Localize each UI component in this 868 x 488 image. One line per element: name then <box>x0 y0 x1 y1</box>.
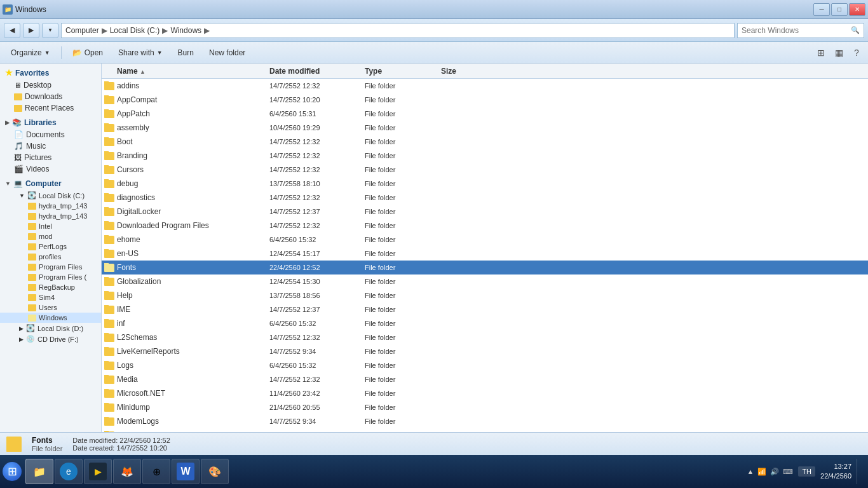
ie-taskbar-icon: e <box>60 463 78 480</box>
computer-header[interactable]: ▼ 💻 Computer <box>0 177 101 190</box>
table-row[interactable]: en-US 12/4/2554 15:17 File folder <box>102 247 868 261</box>
share-with-button[interactable]: Share with ▼ <box>111 44 170 61</box>
file-name-cell: Boot <box>104 137 269 146</box>
table-row[interactable]: DigitalLocker 14/7/2552 12:37 File folde… <box>102 205 868 219</box>
show-desktop-button[interactable] <box>857 459 860 484</box>
forward-button[interactable]: ▶ <box>23 23 39 38</box>
sidebar-item-users[interactable]: Users <box>0 302 101 313</box>
sidebar-item-pictures[interactable]: 🖼 Pictures <box>0 152 101 163</box>
col-header-date[interactable]: Date modified <box>269 67 365 76</box>
col-header-size[interactable]: Size <box>441 67 492 76</box>
sidebar-item-program-files[interactable]: Program Files <box>0 262 101 272</box>
sidebar-item-recent-places[interactable]: Recent Places <box>0 102 101 114</box>
sidebar-item-program-files-x86[interactable]: Program Files ( <box>0 272 101 282</box>
local-disk-c-expand-icon: ▼ <box>19 193 25 199</box>
favorites-header[interactable]: ★ Favorites <box>0 66 101 79</box>
table-row[interactable]: debug 13/7/2558 18:10 File folder <box>102 177 868 191</box>
sidebar-item-cd-drive[interactable]: ▶ 💿 CD Drive (F:) <box>0 334 101 344</box>
burn-button[interactable]: Burn <box>171 44 201 61</box>
table-row[interactable]: Media 14/7/2552 12:32 File folder <box>102 372 868 386</box>
sidebar-item-music[interactable]: 🎵 Music <box>0 140 101 152</box>
table-row[interactable]: diagnostics 14/7/2552 12:32 File folder <box>102 191 868 205</box>
sidebar-item-regbackup[interactable]: RegBackup <box>0 282 101 292</box>
search-box[interactable]: 🔍 <box>737 23 864 38</box>
taskbar-paint-btn[interactable]: 🎨 <box>201 459 229 484</box>
libraries-header[interactable]: ▶ 📚 Libraries <box>0 116 101 129</box>
view-options-button[interactable]: ⊞ <box>813 45 829 60</box>
taskbar-word-btn[interactable]: W <box>172 459 200 484</box>
table-row[interactable]: L2Schemas 14/7/2552 12:32 File folder <box>102 330 868 344</box>
sidebar-item-local-disk-d[interactable]: ▶ 💽 Local Disk (D:) <box>0 323 101 334</box>
close-button[interactable]: ✕ <box>849 3 865 16</box>
tray-volume-icon[interactable]: 🔊 <box>770 468 779 476</box>
table-row[interactable]: Minidump 21/4/2560 20:55 File folder <box>102 400 868 414</box>
sidebar-item-sim4[interactable]: Sim4 <box>0 292 101 302</box>
sidebar-item-profiles[interactable]: profiles <box>0 252 101 262</box>
help-button[interactable]: ? <box>849 45 864 60</box>
table-row[interactable]: Fonts 22/4/2560 12:52 File folder <box>102 261 868 274</box>
table-row[interactable]: addins 14/7/2552 12:32 File folder <box>102 79 868 93</box>
table-row[interactable]: Offline Web Pages 14/7/2552 12:32 File f… <box>102 428 868 432</box>
table-row[interactable]: inf 6/4/2560 15:32 File folder <box>102 316 868 330</box>
tray-arrow[interactable]: ▲ <box>747 468 754 475</box>
start-button[interactable]: ⊞ <box>3 462 22 481</box>
sidebar-item-windows[interactable]: Windows <box>0 313 101 323</box>
sidebar-item-downloads[interactable]: Downloads <box>0 91 101 102</box>
sidebar-item-perflogs[interactable]: PerfLogs <box>0 241 101 252</box>
preview-pane-button[interactable]: ▦ <box>831 45 846 60</box>
recent-locations-button[interactable]: ▼ <box>42 23 58 38</box>
path-segment-computer[interactable]: Computer <box>65 26 99 35</box>
sidebar-item-mod[interactable]: mod <box>0 231 101 241</box>
file-name-cell: LiveKernelReports <box>104 347 269 356</box>
sidebar-item-hydra2[interactable]: hydra_tmp_143 <box>0 211 101 221</box>
sidebar-item-videos[interactable]: 🎬 Videos <box>0 163 101 175</box>
table-row[interactable]: Downloaded Program Files 14/7/2552 12:32… <box>102 219 868 233</box>
tray-network-icon[interactable]: 📶 <box>757 468 766 476</box>
file-name: AppPatch <box>117 109 150 118</box>
tray-keyboard-icon[interactable]: ⌨ <box>783 468 793 476</box>
taskbar-firefox-btn[interactable]: 🦊 <box>113 459 141 484</box>
table-row[interactable]: Globalization 12/4/2554 15:30 File folde… <box>102 274 868 288</box>
address-path[interactable]: Computer ▶ Local Disk (C:) ▶ Windows ▶ <box>61 23 735 38</box>
sidebar-item-local-disk-c[interactable]: ▼ 💽 Local Disk (C:) <box>0 190 101 201</box>
sidebar-item-documents[interactable]: 📄 Documents <box>0 129 101 140</box>
table-row[interactable]: LiveKernelReports 14/7/2552 9:34 File fo… <box>102 344 868 358</box>
system-clock[interactable]: 13:27 22/4/2560 <box>820 462 851 482</box>
table-row[interactable]: ehome 6/4/2560 15:32 File folder <box>102 233 868 247</box>
table-row[interactable]: assembly 10/4/2560 19:29 File folder <box>102 121 868 135</box>
sidebar-item-hydra1[interactable]: hydra_tmp_143 <box>0 201 101 211</box>
minimize-button[interactable]: ─ <box>813 3 830 16</box>
table-row[interactable]: Boot 14/7/2552 12:32 File folder <box>102 135 868 149</box>
col-header-name[interactable]: Name ▲ <box>104 67 269 76</box>
taskbar-explorer-btn[interactable]: 📁 <box>25 459 53 484</box>
taskbar-wmp-btn[interactable]: ▶ <box>84 459 112 484</box>
file-list[interactable]: addins 14/7/2552 12:32 File folder AppCo… <box>102 79 868 432</box>
maximize-button[interactable]: □ <box>831 3 848 16</box>
open-button[interactable]: 📂 Open <box>65 44 110 61</box>
taskbar-ie-btn[interactable]: e <box>55 459 83 484</box>
sidebar-item-desktop[interactable]: 🖥 Desktop <box>0 79 101 91</box>
taskbar-chrome-btn[interactable]: ⊕ <box>142 459 170 484</box>
table-row[interactable]: Logs 6/4/2560 15:32 File folder <box>102 358 868 372</box>
table-row[interactable]: Help 13/7/2558 18:56 File folder <box>102 288 868 302</box>
search-input[interactable] <box>742 26 848 35</box>
table-row[interactable]: Cursors 14/7/2552 12:32 File folder <box>102 163 868 177</box>
favorites-label: Favorites <box>15 69 49 78</box>
table-row[interactable]: ModemLogs 14/7/2552 9:34 File folder <box>102 414 868 428</box>
language-button[interactable]: TH <box>798 466 815 477</box>
table-row[interactable]: Microsoft.NET 11/4/2560 23:42 File folde… <box>102 386 868 400</box>
table-row[interactable]: AppCompat 14/7/2552 10:20 File folder <box>102 93 868 107</box>
table-row[interactable]: AppPatch 6/4/2560 15:31 File folder <box>102 107 868 121</box>
table-row[interactable]: IME 14/7/2552 12:37 File folder <box>102 302 868 316</box>
path-segment-localDisk[interactable]: Local Disk (C:) <box>110 26 160 35</box>
back-button[interactable]: ◀ <box>4 23 20 38</box>
col-header-type[interactable]: Type <box>365 67 441 76</box>
new-folder-button[interactable]: New folder <box>202 44 252 61</box>
name-sort-arrow: ▲ <box>140 69 146 75</box>
path-segment-windows[interactable]: Windows <box>170 26 201 35</box>
file-date-cell: 13/7/2558 18:56 <box>269 292 365 299</box>
sidebar-item-intel[interactable]: Intel <box>0 221 101 231</box>
table-row[interactable]: Branding 14/7/2552 12:32 File folder <box>102 149 868 163</box>
local-disk-d-icon: 💽 <box>26 324 35 332</box>
organize-button[interactable]: Organize ▼ <box>4 44 57 61</box>
